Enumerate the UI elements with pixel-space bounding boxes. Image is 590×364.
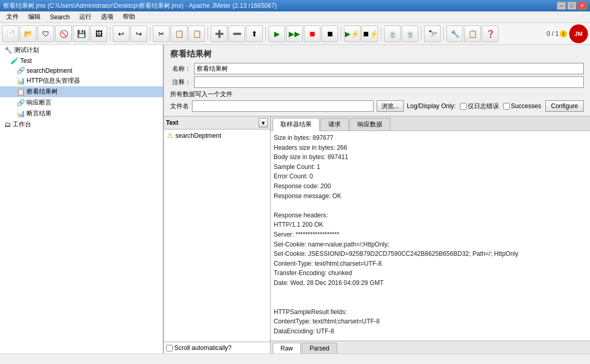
browse-button[interactable]: 浏览... <box>377 100 404 112</box>
close-all-button[interactable]: 🚫 <box>55 25 72 42</box>
successes-checkbox[interactable] <box>503 103 510 110</box>
tree-label-http-header: HTTP信息头管理器 <box>27 76 80 85</box>
new-button[interactable]: 📄 <box>2 25 19 42</box>
data-line: Date: Wed, 28 Dec 2016 04:09:29 GMT <box>274 278 587 288</box>
tree-label-test-plan: 测试计划 <box>14 46 39 55</box>
successes-label: Successes <box>511 102 541 110</box>
templates-icon[interactable]: 📋 <box>464 25 481 42</box>
name-input[interactable] <box>194 63 584 74</box>
data-line: HTTP/1.1 200 OK <box>274 220 587 230</box>
comment-row: 注释： <box>170 76 584 88</box>
tree-item-search-deptment[interactable]: 🔗 searchDeptment <box>0 66 163 75</box>
toolbar-right: 0 / 1 1 JM <box>547 24 588 43</box>
data-line: Server: ****************** <box>274 230 587 240</box>
menu-help[interactable]: 帮助 <box>119 11 139 22</box>
list-entry-label: searchDeptment <box>175 132 221 139</box>
move-up-button[interactable]: ⬆ <box>246 25 263 42</box>
log-row: Log/Display Only: 仅日志错误 Successes Config… <box>407 100 584 112</box>
remove-button[interactable]: ➖ <box>228 25 245 42</box>
redo-button[interactable]: ↪ <box>131 25 147 42</box>
bottom-tab-raw[interactable]: Raw <box>273 343 301 354</box>
stop-remote-button[interactable]: ⏹⚡ <box>362 25 378 42</box>
jmeter-icon1[interactable]: 🍵 <box>384 25 401 42</box>
tree-item-view-results[interactable]: 📋 察看结果树 <box>0 86 163 97</box>
run-button[interactable]: ▶ <box>268 25 285 42</box>
tree-label-workbench: 工作台 <box>12 120 31 129</box>
save-template-button[interactable]: 🛡 <box>37 25 54 42</box>
error-counter: 0 / 1 1 <box>547 30 567 37</box>
shutdown-button[interactable]: ⏹ <box>322 25 338 42</box>
configure-button[interactable]: Configure <box>545 100 584 112</box>
data-content: Size in bytes: 897677Headers size in byt… <box>271 131 590 341</box>
separator-1 <box>110 27 110 41</box>
menu-edit[interactable]: 编辑 <box>24 11 45 22</box>
search-icon[interactable]: 🔭 <box>424 25 441 42</box>
tabs-row: 取样器结果 请求 响应数据 <box>271 116 590 131</box>
data-line: Size in bytes: 897677 <box>274 133 587 143</box>
test-icon: 🧪 <box>10 57 19 64</box>
minimize-button[interactable]: ─ <box>557 2 566 10</box>
scroll-auto-item: Scroll automatically? <box>166 344 232 352</box>
view-results-icon: 📋 <box>17 88 25 96</box>
statusbar <box>0 354 590 364</box>
data-line: Body size in bytes: 897411 <box>274 152 587 162</box>
close-button[interactable]: ✕ <box>578 2 587 10</box>
panel-header: 察看结果树 名称： 注释： 所有数据写入一个文件 文件名 浏览... Log/D… <box>164 45 590 116</box>
menu-run[interactable]: 运行 <box>75 11 96 22</box>
run-no-pause-button[interactable]: ▶▶ <box>286 25 303 42</box>
menu-search[interactable]: Search <box>46 12 74 22</box>
stop-button[interactable]: ⏹ <box>304 25 320 42</box>
list-item[interactable]: ⚠ searchDeptment <box>165 131 269 140</box>
maximize-button[interactable]: □ <box>567 2 576 10</box>
successes-checkbox-item: Successes <box>503 102 541 110</box>
tree-item-test[interactable]: 🧪 Test <box>0 56 163 66</box>
copy-button[interactable]: 📋 <box>171 25 187 42</box>
data-line: Response headers: <box>274 211 587 220</box>
comment-input[interactable] <box>194 76 584 88</box>
tab-sampler-results[interactable]: 取样器结果 <box>273 118 319 131</box>
tree-item-test-plan[interactable]: 🔧 测试计划 <box>0 45 163 56</box>
tree-item-workbench[interactable]: 🗂 工作台 <box>0 119 163 130</box>
data-line: Content-Type: text/html;charset=UTF-8 <box>274 259 587 269</box>
name-label: 名称： <box>170 64 191 73</box>
titlebar: 察看结果树.jmx (C:\Users\Administrator\Deskto… <box>0 0 590 11</box>
separator-2 <box>150 27 150 41</box>
tree-label-view-results: 察看结果树 <box>27 87 58 96</box>
tab-request[interactable]: 请求 <box>320 118 349 131</box>
tree-label-search-deptment: searchDeptment <box>27 67 72 74</box>
tab-response-data[interactable]: 响应数据 <box>350 118 390 131</box>
undo-button[interactable]: ↩ <box>113 25 130 42</box>
open-button[interactable]: 📂 <box>20 25 36 42</box>
warning-icon: ⚠ <box>167 132 173 139</box>
data-line: Sample Count: 1 <box>274 162 587 172</box>
only-errors-checkbox[interactable] <box>460 103 467 110</box>
right-panel: 察看结果树 名称： 注释： 所有数据写入一个文件 文件名 浏览... Log/D… <box>164 45 590 354</box>
tree-item-assertion-results[interactable]: 📊 断言结果 <box>0 108 163 119</box>
paste-button[interactable]: 📋 <box>188 25 205 42</box>
save-as-image-button[interactable]: 🖼 <box>91 25 107 42</box>
menu-options[interactable]: 选项 <box>97 11 118 22</box>
tree-label-assertion-results: 断言结果 <box>27 109 52 118</box>
cut-button[interactable]: ✂ <box>153 25 170 42</box>
file-input[interactable] <box>192 100 374 112</box>
tree-item-http-header[interactable]: 📊 HTTP信息头管理器 <box>0 75 163 86</box>
tree-label-test: Test <box>20 57 32 64</box>
menu-file[interactable]: 文件 <box>2 11 23 22</box>
save-button[interactable]: 💾 <box>73 25 89 42</box>
add-button[interactable]: ➕ <box>211 25 227 42</box>
data-line: Set-Cookie: name=value;path=/;HttpOnly; <box>274 240 587 250</box>
jmeter-icon2[interactable]: 🍵 <box>402 25 418 42</box>
bottom-tab-parsed[interactable]: Parsed <box>302 343 337 354</box>
run-remote-button[interactable]: ▶⚡ <box>344 25 361 42</box>
scroll-auto-checkbox[interactable] <box>166 345 173 352</box>
options-icon[interactable]: 🔧 <box>446 25 463 42</box>
separator-8 <box>443 27 444 41</box>
tree-item-response-assertion[interactable]: 🔗 响应断言 <box>0 97 163 108</box>
data-line: Response code: 200 <box>274 181 587 191</box>
data-panel: 取样器结果 请求 响应数据 Size in bytes: 897677Heade… <box>271 116 590 354</box>
list-panel: Text ▼ ⚠ searchDeptment Scroll automatic… <box>164 116 271 354</box>
data-line: DataEncoding: UTF-8 <box>274 327 587 336</box>
toolbar: 📄 📂 🛡 🚫 💾 🖼 ↩ ↪ ✂ 📋 📋 ➕ ➖ ⬆ ▶ ▶▶ ⏹ ⏹ ▶⚡ … <box>0 23 590 45</box>
help-button[interactable]: ❓ <box>482 25 498 42</box>
dropdown-button[interactable]: ▼ <box>259 118 268 127</box>
